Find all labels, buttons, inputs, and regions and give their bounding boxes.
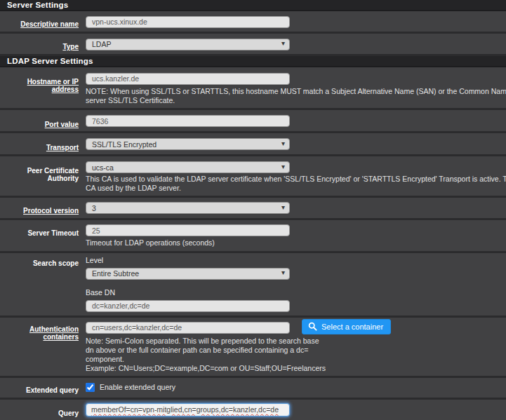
type-label[interactable]: Type (62, 43, 79, 50)
search-scope-level-select[interactable]: Entire Subtree (86, 268, 290, 280)
section-title: Server Settings (7, 1, 68, 9)
row-protocol-version: Protocol version 3 ▾ (0, 198, 506, 220)
row-auth-containers: Authentication containers Select a conta… (0, 318, 506, 378)
base-dn-input[interactable] (86, 300, 290, 312)
port-label[interactable]: Port value (45, 121, 79, 128)
auth-containers-label[interactable]: Authentication containers (29, 325, 79, 341)
search-scope-level-label: Level (86, 256, 500, 265)
row-query: Query memberOf=cn=vpn-mitglied,cn=groups… (0, 400, 506, 420)
row-transport: Transport SSL/TLS Encrypted ▾ (0, 133, 506, 156)
peer-ca-select[interactable]: ucs-ca (86, 161, 290, 173)
peer-ca-label: Peer Certificate Authority (27, 167, 79, 182)
row-server-timeout: Server Timeout Timeout for LDAP operatio… (0, 220, 506, 254)
descriptive-name-input[interactable] (86, 16, 290, 28)
protocol-version-select[interactable]: 3 (86, 202, 290, 214)
enable-extended-query-row: Enable extended query (86, 383, 500, 392)
query-input[interactable]: memberOf=cn=vpn-mitglied,cn=groups,dc=ka… (86, 403, 290, 416)
type-select[interactable]: LDAP (86, 39, 290, 50)
row-hostname: Hostname or IP address NOTE: When using … (0, 67, 506, 110)
enable-extended-query-checkbox[interactable] (86, 383, 95, 392)
row-port: Port value (0, 110, 506, 133)
server-timeout-note: Timeout for LDAP operations (seconds) (86, 238, 500, 248)
hostname-input[interactable] (86, 73, 290, 85)
extended-query-label: Extended query (26, 386, 79, 394)
select-container-button-label: Select a container (321, 323, 383, 331)
select-container-button[interactable]: Select a container (302, 319, 391, 334)
section-header-ldap-server-settings: LDAP Server Settings (0, 56, 506, 67)
auth-containers-input[interactable] (86, 322, 290, 334)
row-descriptive-name: Descriptive name (0, 11, 506, 34)
ldap-server-settings-page: Server Settings Descriptive name Type LD… (0, 0, 506, 420)
section-title: LDAP Server Settings (7, 57, 93, 65)
port-input[interactable] (86, 115, 290, 127)
search-icon (308, 322, 317, 331)
query-label: Query (58, 409, 79, 417)
hostname-note: NOTE: When using SSL/TLS or STARTTLS, th… (86, 87, 506, 105)
descriptive-name-label[interactable]: Descriptive name (20, 20, 79, 28)
auth-containers-note: Note: Semi-Colon separated. This will be… (86, 337, 500, 373)
server-timeout-label: Server Timeout (27, 229, 79, 237)
server-timeout-input[interactable] (86, 224, 290, 236)
row-extended-query: Extended query Enable extended query (0, 378, 506, 400)
protocol-version-label[interactable]: Protocol version (23, 207, 79, 215)
transport-select[interactable]: SSL/TLS Encrypted (86, 138, 290, 150)
base-dn-label: Base DN (86, 288, 500, 297)
row-peer-ca: Peer Certificate Authority ucs-ca ▾ This… (0, 156, 506, 198)
search-scope-label: Search scope (33, 259, 79, 267)
enable-extended-query-text: Enable extended query (100, 383, 175, 391)
row-search-scope: Search scope Level Entire Subtree ▾ Base… (0, 253, 506, 318)
row-type: Type LDAP ▾ (0, 34, 506, 56)
transport-label[interactable]: Transport (46, 144, 79, 151)
peer-ca-note: This CA is used to validate the LDAP ser… (86, 175, 506, 193)
hostname-label[interactable]: Hostname or IP address (27, 78, 79, 93)
query-input-value: memberOf=cn=vpn-mitglied,cn=groups,dc=ka… (91, 405, 279, 414)
section-header-server-settings: Server Settings (0, 0, 506, 11)
